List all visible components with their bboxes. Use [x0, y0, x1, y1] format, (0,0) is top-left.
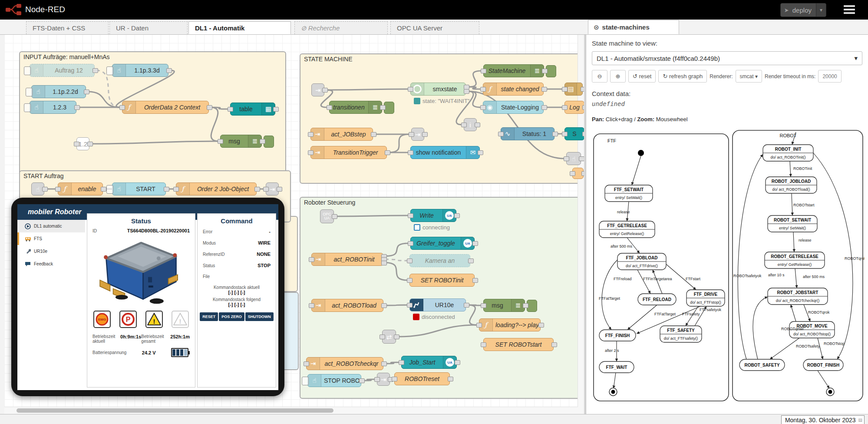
- flow-tab-recherche[interactable]: ⊘ Recherche: [294, 21, 388, 34]
- pos-zero-button[interactable]: POS ZERO: [219, 312, 244, 321]
- output-port[interactable]: [359, 378, 365, 383]
- shutdown-button[interactable]: SHUTDOWN: [245, 312, 274, 321]
- node-enable[interactable]: ƒenable: [58, 182, 103, 195]
- inject-button[interactable]: [106, 66, 113, 75]
- input-port[interactable]: [408, 241, 413, 246]
- node-auftrag12[interactable]: ☝Auftrag 12: [30, 64, 95, 77]
- input-port[interactable]: [461, 123, 467, 127]
- output-port[interactable]: [332, 214, 337, 219]
- output-port[interactable]: [542, 69, 548, 73]
- output-port[interactable]: [101, 187, 106, 192]
- renderer-select[interactable]: smcat ▾: [736, 70, 762, 83]
- node-status1[interactable]: ∿Status: 1: [501, 127, 554, 140]
- node-stoprobot[interactable]: ☝STOP ROBOT: [307, 374, 361, 387]
- input-port[interactable]: [408, 87, 413, 92]
- input-port[interactable]: [263, 187, 269, 192]
- inject-button[interactable]: [302, 377, 309, 385]
- output-port[interactable]: [74, 105, 80, 110]
- canvas-horizontal-scrollbar[interactable]: [4, 407, 578, 414]
- output-port[interactable]: [551, 342, 557, 347]
- output-port[interactable]: [541, 105, 547, 110]
- reset-button[interactable]: ↺ reset: [628, 70, 656, 83]
- output-port[interactable]: [322, 88, 328, 93]
- node-n123[interactable]: ☝1.2.3: [30, 101, 76, 114]
- input-port[interactable]: [476, 323, 482, 328]
- input-port[interactable]: [480, 105, 486, 110]
- input-port[interactable]: [408, 150, 413, 155]
- input-port[interactable]: [408, 213, 413, 218]
- output-port[interactable]: [381, 361, 387, 366]
- inject-button[interactable]: [24, 103, 31, 112]
- input-port[interactable]: [562, 87, 568, 92]
- input-port[interactable]: [218, 139, 223, 144]
- output-port[interactable]: [87, 142, 93, 146]
- menu-item-feedback[interactable]: Feedback: [17, 258, 85, 270]
- output-port[interactable]: [381, 303, 387, 308]
- output-port[interactable]: [582, 132, 584, 136]
- deploy-options-caret[interactable]: ▾: [816, 3, 826, 17]
- output-port[interactable]: [472, 278, 478, 283]
- input-port[interactable]: [481, 69, 486, 73]
- input-port[interactable]: [562, 132, 568, 136]
- input-port[interactable]: [119, 105, 125, 110]
- output-port[interactable]: [523, 303, 528, 308]
- output-port[interactable]: [422, 132, 428, 137]
- sidebar-tab-state-machines[interactable]: ⊙ state-machines: [588, 20, 679, 34]
- node-order2job[interactable]: ƒOrder 2 Job-Object: [176, 182, 257, 195]
- zoom-in-button[interactable]: ⊕: [610, 70, 626, 83]
- output-port[interactable]: [464, 303, 469, 308]
- output-port[interactable]: [385, 150, 390, 155]
- warning-icon[interactable]: !: [145, 311, 163, 330]
- flow-tab-fts-daten-css[interactable]: FTS-Daten + CSS: [26, 21, 109, 34]
- output-port[interactable]: [448, 377, 453, 381]
- reset-button[interactable]: RESET: [200, 312, 218, 321]
- output-port[interactable]: [581, 171, 584, 176]
- input-port[interactable]: [562, 105, 568, 110]
- node-actrobotcheckqr[interactable]: ⇥act_ROBOTcheckqr: [306, 357, 383, 370]
- input-port[interactable]: [173, 187, 179, 192]
- node-start[interactable]: ☝START: [112, 182, 166, 195]
- node-actjobstep[interactable]: ⇥act_JOBstep: [310, 128, 373, 141]
- node-jobstart[interactable]: Job_StartUA: [401, 356, 457, 369]
- refresh-graph-button[interactable]: ↻ refresh graph: [658, 70, 707, 83]
- output-port[interactable]: [472, 241, 478, 246]
- node-msg2[interactable]: msg≣: [483, 299, 525, 312]
- input-port[interactable]: [564, 156, 569, 161]
- input-port[interactable]: [308, 132, 314, 137]
- node-greifer[interactable]: Greifer_toggleUA: [410, 237, 475, 250]
- zoom-out-button[interactable]: ⊖: [592, 70, 607, 83]
- scrollbar-thumb[interactable]: [17, 408, 333, 413]
- input-port[interactable]: [228, 107, 233, 112]
- main-menu-icon[interactable]: [844, 5, 855, 14]
- menu-item-ur10e[interactable]: UR10e: [17, 245, 85, 258]
- node-write[interactable]: WriteUA: [410, 209, 456, 222]
- date-input[interactable]: Montag, 30. Oktober 2023▤: [781, 415, 865, 424]
- input-port[interactable]: [380, 335, 385, 339]
- input-port[interactable]: [392, 377, 397, 381]
- input-port[interactable]: [498, 132, 504, 136]
- output-port[interactable]: [478, 150, 483, 155]
- node-msg1[interactable]: msg≣: [220, 135, 262, 148]
- output-port[interactable]: [371, 132, 376, 137]
- node-smxstate[interactable]: smxstate: [410, 83, 466, 96]
- state-machine-select[interactable]: DL1 - Automatik/smxstate (f4ff0ca0.2449b…: [592, 51, 862, 65]
- output-port[interactable]: [541, 87, 547, 92]
- node-n1122[interactable]: ☝1.1p.2.2d: [31, 85, 86, 98]
- output-port[interactable]: [254, 187, 260, 192]
- node-shownotif[interactable]: show notification✉: [410, 146, 480, 159]
- input-port[interactable]: [481, 303, 486, 308]
- output-port[interactable]: [455, 360, 460, 365]
- output-port[interactable]: [92, 68, 98, 73]
- node-robotreset[interactable]: ROBOTreset: [394, 372, 450, 385]
- node-transitionen[interactable]: transitionen≣: [329, 101, 382, 114]
- node-ur10e[interactable]: UR10e: [409, 298, 466, 311]
- input-port[interactable]: [570, 171, 575, 176]
- output-port[interactable]: [207, 105, 212, 110]
- node-setrobotstart[interactable]: SET ROBOTstart: [483, 338, 554, 351]
- node-loading[interactable]: ƒloading?--> play: [479, 318, 541, 331]
- emg-icon[interactable]: EMG: [93, 311, 111, 330]
- flow-tab-dl1-automatik[interactable]: DL1 - Automatik: [188, 21, 291, 34]
- output-port[interactable]: [579, 156, 584, 161]
- input-port[interactable]: [409, 132, 414, 137]
- output-port[interactable]: [381, 261, 387, 265]
